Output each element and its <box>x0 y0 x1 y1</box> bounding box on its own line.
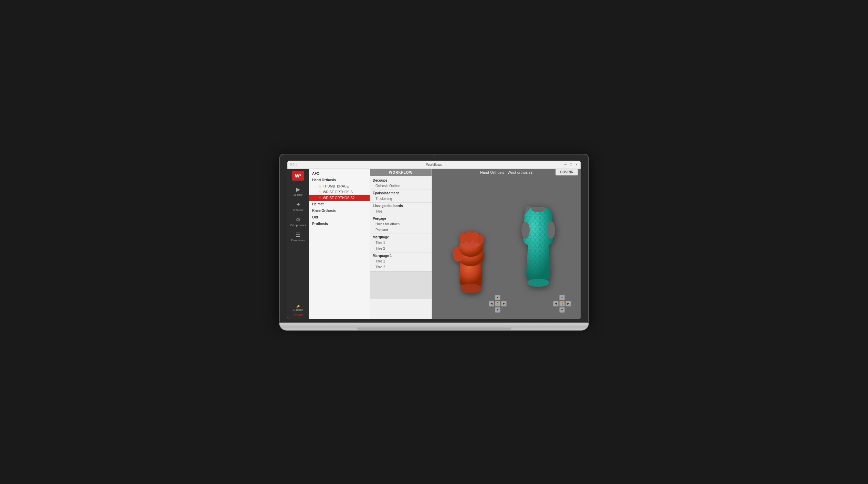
workflow-section-epaississement: Épaississement <box>370 190 432 196</box>
workflow-item-holes[interactable]: Holes for attach <box>370 221 432 227</box>
left-arrow-btn[interactable]: ◀ <box>489 301 494 306</box>
nav-prothesis-header: Prothesis <box>309 221 370 227</box>
svg-point-9 <box>478 235 484 244</box>
workflow-item-orthosis-outline[interactable]: Orthosis Outline <box>370 183 432 189</box>
sidebar-logo[interactable]: W* <box>292 171 304 181</box>
svg-point-12 <box>521 222 530 239</box>
nav-wrist-orthosis[interactable]: ⚠ WRIST ORTHOSIS <box>309 189 370 195</box>
thumb-brace-warning-icon: ⚠ <box>318 184 321 188</box>
svg-point-8 <box>472 232 479 243</box>
svg-point-15 <box>527 279 549 287</box>
sidebar-item-createur[interactable]: ✦ Créateur <box>287 199 309 214</box>
right-arrow-btn-r[interactable]: ▶ <box>565 301 571 306</box>
workflow-item-marquage-titre1[interactable]: Titre 1 <box>370 240 432 246</box>
down-arrow-btn-r[interactable]: ▼ <box>559 307 565 313</box>
open-button[interactable]: OUVRIR <box>555 169 578 175</box>
sidebar-item-parametres[interactable]: ☰ Paramètres <box>287 229 309 244</box>
workflow-section-lissage: Lissage des bords <box>370 202 432 208</box>
hand-model-svg <box>452 201 490 294</box>
person-btn-right[interactable]: 🧍 <box>559 301 565 306</box>
up-arrow-btn[interactable]: ▲ <box>495 295 500 300</box>
workflow-blank-area <box>370 271 432 299</box>
orthosis-model-svg <box>516 204 561 290</box>
nav-old-header: Old <box>309 214 370 221</box>
sidebar: W* ▶ Lecteur ✦ Créateur ⚙ Composants <box>287 169 309 319</box>
sidebar-item-lecteur[interactable]: ▶ Lecteur <box>287 184 309 198</box>
svg-point-10 <box>461 284 481 293</box>
viewport-canvas[interactable]: ▲ ◀ 🧍 ▶ ▼ <box>432 176 581 319</box>
nav-thumb-brace[interactable]: ⚠ THUMB_BRACE <box>309 183 370 189</box>
window-controls: ─ □ × <box>563 162 579 166</box>
workflow-section-marquage: Marquage <box>370 234 432 240</box>
left-arrow-btn-r[interactable]: ◀ <box>553 301 559 306</box>
workflow-item-marquage-titre2[interactable]: Titre 2 <box>370 246 432 251</box>
person-btn-left[interactable]: 🧍 <box>495 301 500 306</box>
parametres-label: Paramètres <box>291 239 305 242</box>
workflow-item-titre-lissage[interactable]: Titre <box>370 208 432 214</box>
wrist-orthosis2-warning-icon: ⚠ <box>318 196 321 200</box>
laptop-screen-bezel: 0.0.1 Workflows ─ □ × W* ▶ L <box>287 161 581 319</box>
lecteur-icon: ▶ <box>296 186 300 193</box>
svg-point-13 <box>547 222 555 239</box>
sidebar-license: 🔑 Licence <box>292 304 304 313</box>
svg-point-14 <box>531 207 545 212</box>
createur-label: Créateur <box>293 208 303 212</box>
svg-point-7 <box>466 230 473 243</box>
wrist-orthosis2-label: WRIST ORTHOSIS2 <box>323 196 354 200</box>
svg-point-6 <box>459 233 466 244</box>
workflow-section-percage: Perçage <box>370 215 432 221</box>
workflow-section-decoupe: Découpe <box>370 177 432 183</box>
laptop-screen-outer: 0.0.1 Workflows ─ □ × W* ▶ L <box>279 154 589 323</box>
maximize-button[interactable]: □ <box>569 162 573 166</box>
nav-hand-orthosis-header: Hand Orthosis <box>309 177 370 183</box>
viewport: Hand Orthosis - Wrist orthosis2 OUVRIR <box>432 169 581 319</box>
nav-wrist-orthosis2[interactable]: ⚠ WRIST ORTHOSIS2 <box>309 195 370 201</box>
viewport-title: Hand Orthosis - Wrist orthosis2 <box>480 170 533 174</box>
left-viewport-controls[interactable]: ▲ ◀ 🧍 ▶ ▼ <box>489 295 507 313</box>
up-arrow-btn-r[interactable]: ▲ <box>559 295 565 300</box>
workflow-panel: WORKFLOW Découpe Orthosis Outline Épaiss… <box>370 169 432 319</box>
lecteur-label: Lecteur <box>294 193 303 196</box>
nav-afo-header: AFO <box>309 170 370 177</box>
sidebar-item-composants[interactable]: ⚙ Composants <box>287 214 309 229</box>
brand-label: fitflow <box>294 313 303 317</box>
right-viewport-controls[interactable]: ▲ ◀ 🧍 ▶ ▼ <box>553 295 571 313</box>
wrist-orthosis-label: WRIST ORTHOSIS <box>323 190 353 194</box>
laptop-base <box>279 323 589 331</box>
workflow-section-marquage1: Marquage 1 <box>370 252 432 258</box>
createur-icon: ✦ <box>296 201 300 208</box>
thumb-brace-label: THUMB_BRACE <box>323 184 349 188</box>
composants-label: Composants <box>290 224 306 227</box>
license-label: Licence <box>293 308 303 311</box>
workflow-item-passant[interactable]: Passant <box>370 227 432 233</box>
nav-knee-orthosis-header: Knee Orthosis <box>309 207 370 214</box>
parametres-icon: ☰ <box>296 232 300 238</box>
close-button[interactable]: × <box>574 162 579 166</box>
down-arrow-btn[interactable]: ▼ <box>495 307 500 313</box>
minimize-button[interactable]: ─ <box>563 162 568 166</box>
app-title: Workflows <box>426 163 442 166</box>
app-body: W* ▶ Lecteur ✦ Créateur ⚙ Composants <box>287 169 581 319</box>
nav-panel: AFO Hand Orthosis ⚠ THUMB_BRACE ⚠ WRIST … <box>309 169 370 319</box>
laptop-camera <box>433 155 435 158</box>
app-window: 0.0.1 Workflows ─ □ × W* ▶ L <box>287 161 581 319</box>
wrist-orthosis-warning-icon: ⚠ <box>318 190 321 194</box>
workflow-item-marquage1-titre2[interactable]: Titre 2 <box>370 264 432 270</box>
app-version: 0.0.1 <box>290 163 297 166</box>
workflow-item-marquage1-titre1[interactable]: Titre 1 <box>370 258 432 264</box>
workflow-item-thickening[interactable]: Thickening <box>370 196 432 202</box>
title-bar: 0.0.1 Workflows ─ □ × <box>287 161 581 169</box>
workflow-header: WORKFLOW <box>370 169 432 176</box>
nav-helmet-header: Helmet <box>309 201 370 207</box>
viewport-header: Hand Orthosis - Wrist orthosis2 OUVRIR <box>432 169 581 176</box>
laptop-shell: 0.0.1 Workflows ─ □ × W* ▶ L <box>279 154 589 331</box>
right-arrow-btn[interactable]: ▶ <box>501 301 507 306</box>
license-key-icon: 🔑 <box>296 305 300 308</box>
composants-icon: ⚙ <box>296 216 300 223</box>
